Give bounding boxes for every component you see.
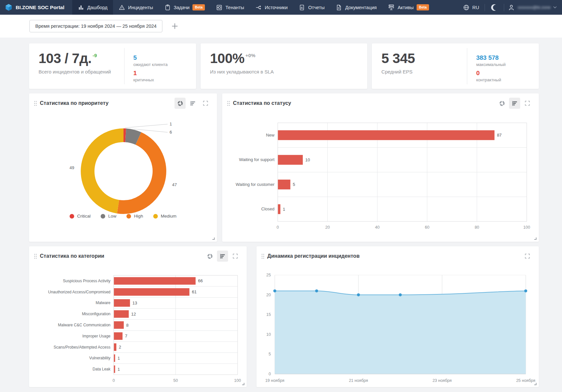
panel-incident-dynamics: Динамика регистрации инцидентов 05101520…	[256, 246, 539, 387]
bar-chart-view-button[interactable]	[217, 251, 228, 262]
svg-text:Malware: Malware	[96, 301, 111, 305]
resize-handle[interactable]	[534, 237, 537, 240]
data-point[interactable]	[524, 289, 527, 292]
fullscreen-view-button[interactable]	[230, 251, 241, 262]
svg-text:61: 61	[192, 289, 196, 294]
nav-item-assets[interactable]: АктивыBeta	[382, 0, 435, 15]
drag-handle-icon[interactable]	[34, 253, 37, 259]
nav-item-tasks[interactable]: ЗадачиBeta	[159, 0, 211, 15]
stat-main-value: 103 / 7д.-9	[39, 52, 124, 65]
drag-handle-icon[interactable]	[227, 101, 230, 106]
drag-handle-icon[interactable]	[34, 101, 37, 106]
brand[interactable]: BI.ZONE SOC Portal	[0, 0, 72, 15]
svg-text:0: 0	[113, 378, 115, 383]
donut-chart-view-button[interactable]	[174, 98, 186, 109]
legend-item-low[interactable]: Low	[101, 214, 116, 219]
svg-text:15: 15	[266, 312, 271, 317]
beta-badge: Beta	[192, 4, 205, 10]
donut-chart-icon	[177, 100, 183, 106]
drag-handle-icon[interactable]	[261, 253, 265, 259]
svg-text:Scans/Probes/Attempted Access: Scans/Probes/Attempted Access	[54, 345, 110, 350]
nav-item-label: Дашборд	[87, 5, 107, 10]
panel-title: Статистика по статусу	[233, 100, 291, 106]
bizone-logo-icon	[5, 4, 12, 11]
svg-text:Waiting for customer: Waiting for customer	[236, 182, 274, 187]
svg-text:New: New	[266, 133, 275, 138]
stat-side-value: 1	[133, 70, 196, 77]
svg-text:80: 80	[475, 225, 479, 230]
resize-handle[interactable]	[242, 383, 244, 385]
data-point[interactable]	[315, 289, 318, 292]
svg-text:20: 20	[266, 293, 271, 297]
nav-item-label: Документация	[345, 5, 376, 10]
resize-handle[interactable]	[534, 383, 537, 385]
svg-text:Closed: Closed	[261, 206, 274, 211]
donut-callout: 1	[170, 122, 172, 126]
fullscreen-view-button[interactable]	[522, 251, 533, 262]
donut-chart-icon	[499, 100, 505, 106]
fullscreen-view-button[interactable]	[200, 98, 211, 109]
nav-item-incidents[interactable]: Инциденты	[113, 0, 158, 15]
nav-item-tenants[interactable]: Тенанты	[210, 0, 250, 15]
donut-chart-icon	[207, 253, 213, 259]
nav-items: ДашбордИнцидентыЗадачиBetaТенантыИсточни…	[72, 0, 435, 15]
donut-chart-view-button[interactable]	[204, 251, 215, 262]
dark-mode-toggle[interactable]	[488, 4, 500, 11]
svg-text:50: 50	[174, 378, 178, 383]
svg-text:Malware C&C Communication: Malware C&C Communication	[58, 323, 110, 327]
legend-item-critical[interactable]: Critical	[70, 214, 91, 219]
svg-text:60: 60	[425, 225, 429, 230]
fullscreen-view-button[interactable]	[522, 98, 533, 109]
stat-delta: +0%	[245, 53, 255, 58]
panel-title: Статистика по категории	[40, 253, 104, 259]
svg-text:66: 66	[198, 278, 203, 283]
bar-chart-view-button[interactable]	[187, 98, 198, 109]
panel-priority-stats: Статистика по приоритету 164947CriticalL…	[29, 93, 217, 242]
bar-chart-icon	[190, 100, 196, 106]
dashboard-icon	[78, 4, 84, 11]
resize-handle[interactable]	[212, 237, 215, 240]
nav-item-label: Источники	[265, 5, 288, 10]
svg-text:100: 100	[523, 225, 530, 230]
legend-item-high[interactable]: High	[126, 214, 143, 219]
priority-donut-chart: 164947	[29, 109, 217, 224]
nav-item-docs[interactable]: Документация	[330, 0, 382, 15]
panel-title: Статистика по приоритету	[40, 100, 108, 106]
chevron-down-icon	[553, 6, 557, 8]
incidents-icon	[119, 4, 125, 11]
legend-label: Critical	[77, 214, 91, 219]
beta-badge: Beta	[417, 4, 429, 10]
legend-item-medium[interactable]: Medium	[153, 214, 176, 219]
nav-item-dashboard[interactable]: Дашборд	[72, 0, 113, 15]
nav-item-sources[interactable]: Источники	[250, 0, 293, 15]
stat-main-value: 5 345	[381, 52, 467, 65]
svg-text:Data Leak: Data Leak	[92, 367, 111, 371]
stat-side-label: критичных	[133, 77, 196, 82]
svg-text:Unauthorized Access/Compromise: Unauthorized Access/Compromised	[48, 290, 110, 294]
nav-item-reports[interactable]: Отчеты	[293, 0, 330, 15]
add-filter-button[interactable]	[171, 22, 179, 30]
language-switcher[interactable]: RU	[461, 4, 481, 11]
bar-chart-view-button[interactable]	[509, 98, 520, 109]
nav-right: RU xxxxxxx@bi.zone	[461, 0, 562, 15]
data-point[interactable]	[357, 293, 360, 296]
data-point[interactable]	[399, 293, 402, 296]
data-point[interactable]	[273, 289, 276, 292]
svg-text:8: 8	[126, 323, 128, 328]
docs-icon	[336, 4, 342, 11]
panel-category-stats: Статистика по категории 050100Suspicious…	[29, 246, 247, 387]
svg-text:19 ноября: 19 ноября	[265, 378, 285, 383]
tasks-icon	[164, 4, 171, 11]
nav-item-label: Активы	[398, 5, 414, 10]
stat-main-label: Из них укладываются в SLA	[210, 69, 368, 74]
registration-time-filter[interactable]: Время регистрации: 19 ноября 2024 — 25 н…	[29, 20, 162, 32]
svg-text:1: 1	[118, 367, 120, 372]
reports-icon	[299, 4, 305, 11]
svg-text:25: 25	[266, 273, 271, 277]
category-bar-chart: 050100Suspicious Process Activity66Unaut…	[29, 262, 247, 387]
user-menu[interactable]: xxxxxxx@bi.zone	[508, 4, 557, 11]
svg-text:Waiting for support: Waiting for support	[239, 157, 274, 162]
svg-text:5: 5	[293, 182, 295, 187]
sources-icon	[255, 4, 262, 11]
donut-chart-view-button[interactable]	[496, 98, 507, 109]
